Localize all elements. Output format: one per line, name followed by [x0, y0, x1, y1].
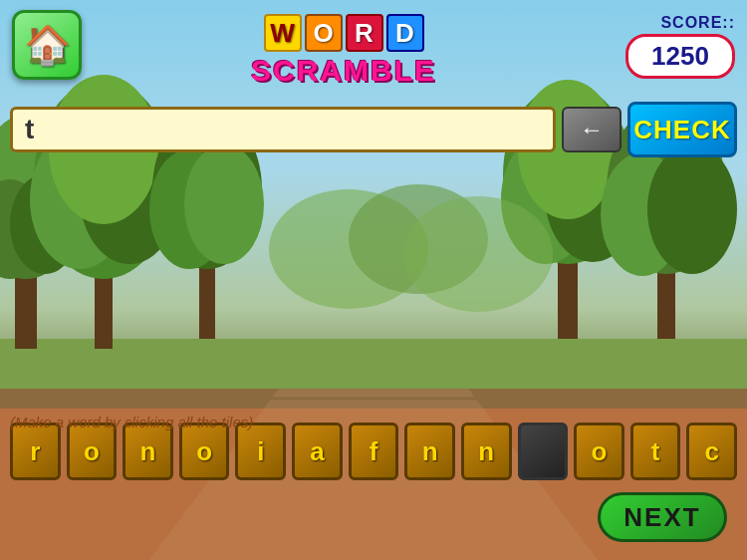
- tile-n2[interactable]: n: [404, 422, 455, 480]
- tile-a[interactable]: a: [292, 422, 343, 480]
- title-letter-o: O: [305, 14, 343, 52]
- backspace-button[interactable]: ←: [562, 107, 622, 152]
- title-letter-r: R: [346, 14, 383, 52]
- check-button[interactable]: CHECK: [627, 102, 737, 157]
- game-title-scramble: SCRAMBLE: [92, 54, 596, 88]
- score-label: SCORE::: [660, 14, 735, 32]
- title-letter-d: D: [386, 14, 424, 52]
- tile-o3[interactable]: o: [574, 422, 624, 480]
- tile-f[interactable]: f: [349, 422, 399, 480]
- tile-i[interactable]: i: [235, 422, 286, 480]
- tile-n3[interactable]: n: [461, 422, 512, 480]
- tiles-row: r o n o i a f n n o t c: [10, 422, 737, 480]
- tile-r[interactable]: r: [10, 422, 61, 480]
- word-input[interactable]: [10, 107, 556, 152]
- next-button[interactable]: NEXT: [598, 492, 727, 542]
- tiles-section: r o n o i a f n n o t c: [0, 422, 747, 480]
- score-area: SCORE:: 1250: [606, 10, 735, 79]
- tile-n1[interactable]: n: [123, 422, 173, 480]
- title-area: W O R D SCRAMBLE: [92, 10, 596, 88]
- hint-text: (Make a word by clicking all the tiles): [10, 414, 253, 430]
- input-row: ← CHECK: [10, 102, 737, 157]
- game-title-word: W O R D: [92, 14, 596, 52]
- tile-c[interactable]: c: [686, 422, 737, 480]
- score-value: 1250: [625, 34, 735, 79]
- home-button[interactable]: 🏠: [12, 10, 82, 80]
- tile-o1[interactable]: o: [67, 422, 118, 480]
- tile-used[interactable]: [518, 422, 569, 480]
- title-letter-w: W: [264, 14, 302, 52]
- tile-o2[interactable]: o: [179, 422, 230, 480]
- home-icon: 🏠: [24, 23, 71, 67]
- tile-t[interactable]: t: [630, 422, 681, 480]
